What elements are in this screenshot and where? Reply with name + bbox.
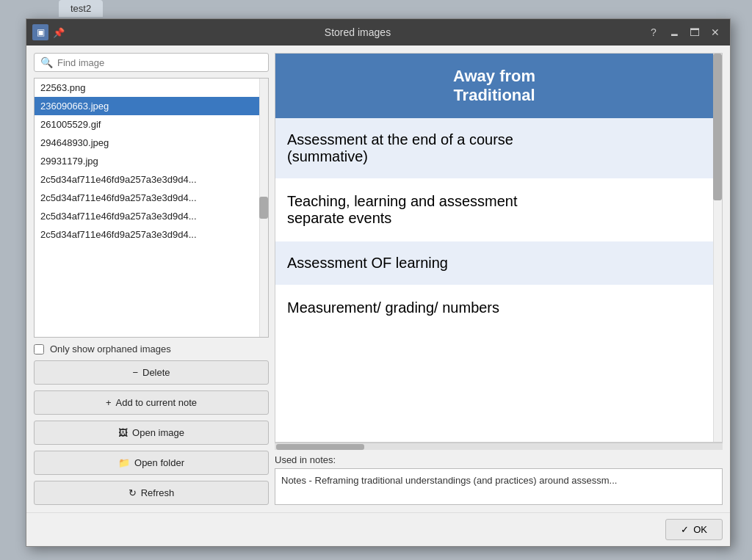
add-to-note-button[interactable]: + Add to current note	[34, 390, 269, 415]
file-item[interactable]: 22563.png	[35, 79, 268, 97]
ok-button[interactable]: ✓ OK	[665, 519, 723, 540]
used-in-notes-section: Used in notes: Notes - Reframing traditi…	[275, 454, 723, 505]
preview-row-3: Assessment OF learning	[275, 241, 713, 286]
used-in-notes-box: Notes - Reframing traditional understand…	[275, 468, 723, 505]
file-list[interactable]: 22563.png 236090663.jpeg 261005529.gif 2…	[34, 78, 269, 338]
preview-header: Away fromTraditional	[275, 54, 713, 118]
tab-label: test2	[70, 3, 91, 14]
background-tab: test2	[59, 0, 103, 17]
used-in-label: Used in notes:	[275, 454, 723, 465]
file-item[interactable]: 261005529.gif	[35, 115, 268, 134]
orphaned-label: Only show orphaned images	[50, 343, 171, 354]
file-item[interactable]: 2c5d34af711e46fd9a257a3e3d9d4...	[35, 170, 268, 189]
dialog-footer: ✓ OK	[26, 512, 730, 546]
orphaned-checkbox-row: Only show orphaned images	[34, 343, 269, 354]
file-item[interactable]: 294648930.jpeg	[35, 134, 268, 152]
preview-row-4: Measurement/ grading/ numbers	[275, 286, 713, 330]
preview-row-2: Teaching, learning and assessmentseparat…	[275, 179, 713, 241]
add-icon: +	[106, 397, 112, 408]
dialog-title: Stored images	[70, 26, 645, 38]
ok-check-icon: ✓	[681, 524, 689, 535]
ok-label: OK	[693, 524, 707, 535]
orphaned-checkbox[interactable]	[34, 344, 44, 354]
used-in-notes-text: Notes - Reframing traditional understand…	[281, 475, 617, 486]
maximize-button[interactable]: 🗖	[686, 23, 704, 41]
delete-label: Delete	[142, 367, 170, 378]
open-folder-icon: 📁	[118, 457, 130, 468]
file-item[interactable]: 2c5d34af711e46fd9a257a3e3d9d4...	[35, 207, 268, 225]
preview-row-1: Assessment at the end of a course(summat…	[275, 118, 713, 179]
minimize-button[interactable]: 🗕	[665, 23, 683, 41]
delete-button[interactable]: − Delete	[34, 360, 269, 385]
search-icon: 🔍	[40, 57, 53, 68]
app-icon: ▣	[32, 24, 48, 40]
close-button[interactable]: ✕	[706, 23, 724, 41]
open-folder-label: Open folder	[134, 457, 184, 468]
preview-hscrollbar[interactable]	[275, 443, 723, 450]
title-bar: ▣ 📌 Stored images ? 🗕 🗖 ✕	[26, 19, 730, 46]
delete-icon: −	[132, 367, 138, 378]
image-preview[interactable]: Away fromTraditional Assessment at the e…	[275, 53, 723, 443]
left-panel: 🔍 22563.png 236090663.jpeg 261005529.gif…	[34, 53, 269, 505]
search-input[interactable]	[57, 57, 262, 68]
stored-images-dialog: ▣ 📌 Stored images ? 🗕 🗖 ✕ 🔍 22563.png 23…	[26, 18, 731, 547]
file-item[interactable]: 29931179.jpg	[35, 152, 268, 170]
open-image-icon: 🖼	[118, 427, 128, 438]
open-folder-button[interactable]: 📁 Open folder	[34, 451, 269, 475]
file-item[interactable]: 2c5d34af711e46fd9a257a3e3d9d4...	[35, 189, 268, 207]
search-box: 🔍	[34, 53, 269, 72]
refresh-label: Refresh	[141, 487, 175, 498]
file-item[interactable]: 2c5d34af711e46fd9a257a3e3d9d4...	[35, 225, 268, 244]
help-button[interactable]: ?	[645, 23, 662, 41]
refresh-button[interactable]: ↻ Refresh	[34, 481, 269, 505]
pin-icon[interactable]: 📌	[53, 27, 65, 38]
add-to-note-label: Add to current note	[116, 397, 198, 408]
refresh-icon: ↻	[129, 487, 137, 498]
file-item[interactable]: 236090663.jpeg	[35, 97, 268, 115]
hscroll-thumb	[276, 444, 364, 450]
right-panel: Away fromTraditional Assessment at the e…	[275, 53, 723, 505]
open-image-label: Open image	[132, 427, 184, 438]
open-image-button[interactable]: 🖼 Open image	[34, 421, 269, 445]
